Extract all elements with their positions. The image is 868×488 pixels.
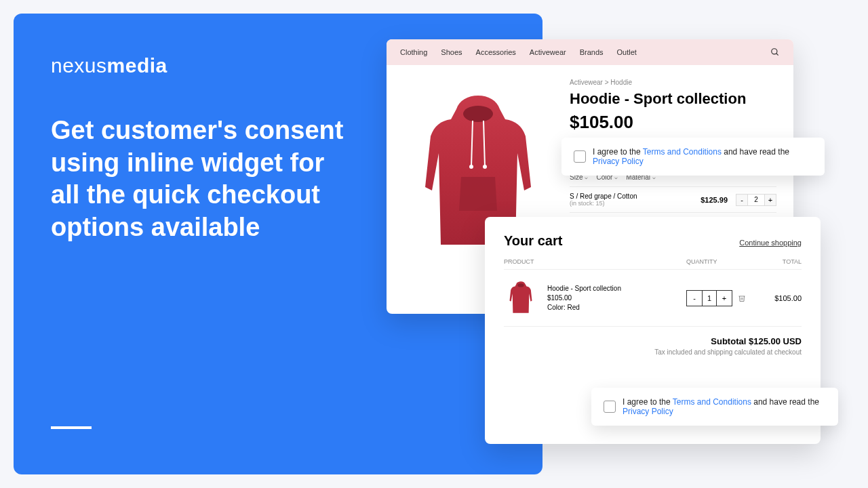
terms-link[interactable]: Terms and Conditions: [673, 397, 751, 407]
cart-quantity-stepper[interactable]: - 1 +: [686, 290, 732, 306]
consent-widget: I agree to the Terms and Conditions and …: [591, 388, 838, 426]
nav-item[interactable]: Accessories: [476, 48, 516, 56]
product-title: Hoodie - Sport collection: [570, 90, 776, 108]
search-icon[interactable]: [770, 47, 780, 57]
variant-price: $125.99: [701, 196, 728, 204]
cart-item-total: $105.00: [761, 294, 802, 302]
headline: Get customer's consent using inline widg…: [51, 115, 349, 243]
col-product: PRODUCT: [504, 258, 686, 265]
breadcrumb: Activewear > Hoddie: [570, 79, 776, 86]
svg-point-7: [517, 283, 524, 287]
trash-icon[interactable]: [738, 294, 746, 302]
cart-item-name: Hoodie - Sport collection: [547, 285, 686, 292]
consent-checkbox[interactable]: [604, 401, 616, 413]
nav-item[interactable]: Outlet: [617, 48, 637, 56]
svg-point-0: [772, 49, 777, 54]
col-quantity: QUANTITY: [686, 258, 761, 265]
underline-decoration: [51, 426, 92, 429]
plus-button[interactable]: +: [764, 194, 776, 206]
cart-item-color: Color: Red: [547, 304, 686, 311]
cart-item-price: $105.00: [547, 294, 686, 302]
consent-text: I agree to the Terms and Conditions and …: [623, 397, 826, 416]
continue-shopping-link[interactable]: Continue shopping: [739, 239, 802, 247]
cart-item-row: Hoodie - Sport collection $105.00 Color:…: [504, 270, 802, 327]
consent-checkbox[interactable]: [574, 150, 586, 163]
svg-point-5: [469, 165, 473, 169]
cart-title: Your cart: [504, 233, 562, 249]
nav-bar: Clothing Shoes Accessories Activewear Br…: [387, 39, 793, 65]
plus-button[interactable]: +: [717, 291, 732, 306]
svg-point-2: [463, 106, 493, 122]
svg-point-6: [483, 165, 487, 169]
minus-button[interactable]: -: [736, 194, 748, 206]
nav-item[interactable]: Activewear: [530, 48, 566, 56]
cart-item-image: [504, 279, 538, 317]
nav-item[interactable]: Shoes: [441, 48, 462, 56]
privacy-link[interactable]: Privacy Policy: [593, 157, 644, 166]
consent-widget: I agree to the Terms and Conditions and …: [561, 138, 825, 176]
quantity-stepper[interactable]: -2+: [736, 194, 776, 206]
privacy-link[interactable]: Privacy Policy: [623, 407, 673, 416]
svg-line-1: [776, 54, 778, 56]
tax-note: Tax included and shipping calculated at …: [504, 348, 802, 356]
minus-button[interactable]: -: [687, 291, 702, 306]
subtotal: Subtotal $125.00 USD: [504, 336, 802, 346]
product-price: $105.00: [570, 112, 776, 133]
consent-text: I agree to the Terms and Conditions and …: [593, 147, 812, 166]
variant-row: S / Red grape / Cotton(in stock: 15) $12…: [570, 187, 776, 213]
col-total: TOTAL: [761, 258, 802, 265]
nav-item[interactable]: Brands: [580, 48, 604, 56]
terms-link[interactable]: Terms and Conditions: [643, 147, 722, 157]
nav-item[interactable]: Clothing: [400, 48, 427, 56]
